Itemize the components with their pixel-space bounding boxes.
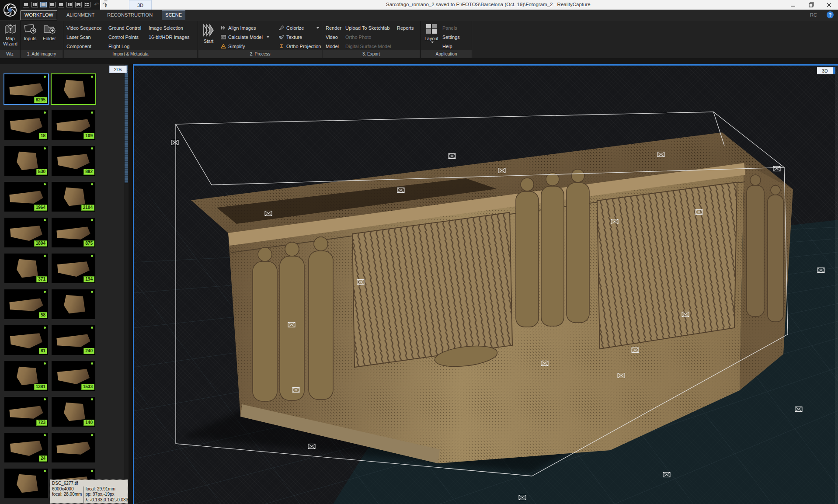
image-thumbnail[interactable]: 24 — [4, 433, 48, 462]
aligned-indicator-dot — [91, 434, 93, 436]
panels-item: Panels — [442, 23, 460, 32]
help-icon[interactable]: ? — [827, 11, 834, 18]
settings-item[interactable]: Settings — [442, 32, 460, 42]
hdr-images-item[interactable]: 16-bit/HDR Images — [149, 32, 190, 42]
image-thumbnail[interactable] — [52, 289, 95, 319]
align-images-item[interactable]: Align Images — [221, 23, 269, 32]
colorize-item[interactable]: Colorize — [279, 23, 319, 32]
image-thumbnail[interactable]: 2104 — [52, 182, 95, 212]
window-layout-3-icon[interactable] — [40, 2, 47, 7]
tab-alignment[interactable]: ALIGNMENT — [63, 10, 98, 20]
camera-marker-icon[interactable] — [519, 495, 526, 500]
panel-tab-2ds[interactable]: 2Ds — [109, 66, 127, 73]
image-thumbnail[interactable]: 530 — [4, 146, 48, 176]
camera-marker-icon[interactable] — [682, 312, 689, 317]
image-thumbnail[interactable] — [52, 74, 95, 104]
tab-workflow[interactable]: WORKFLOW — [21, 10, 57, 20]
image-thumbnail[interactable]: 109 — [52, 110, 95, 140]
sidebar-scrollbar[interactable] — [124, 64, 129, 504]
viewport-tab-3d[interactable]: 3D — [817, 67, 835, 74]
camera-marker-icon[interactable] — [663, 473, 670, 477]
camera-marker-icon[interactable] — [449, 154, 456, 159]
image-thumbnail[interactable]: 875 — [52, 218, 95, 247]
image-thumbnail[interactable]: 81 — [4, 325, 48, 355]
camera-marker-icon[interactable] — [288, 323, 295, 327]
minimize-button[interactable] — [784, 0, 802, 10]
control-points-item[interactable]: Control Points — [108, 32, 141, 42]
image-thumbnail[interactable]: 1894 — [4, 218, 48, 247]
start-button[interactable]: Start — [200, 22, 217, 50]
flight-log-item[interactable]: Flight Log — [108, 42, 141, 51]
map-wizard-button[interactable]: Map Wizard — [1, 22, 20, 50]
camera-marker-icon[interactable] — [308, 444, 315, 449]
component-item[interactable]: Component — [66, 42, 102, 51]
image-thumbnail[interactable]: 371 — [4, 254, 48, 283]
camera-marker-icon[interactable] — [611, 219, 618, 224]
laser-scan-item[interactable]: Laser Scan — [66, 32, 102, 42]
window-layout-2-icon[interactable] — [31, 2, 38, 7]
inputs-button[interactable]: Inputs — [21, 22, 39, 50]
qat-customize-icon[interactable]: ▔▾ — [103, 2, 108, 8]
camera-marker-icon[interactable] — [657, 152, 664, 157]
image-thumbnail[interactable] — [52, 433, 95, 462]
image-thumbnail[interactable]: 140 — [52, 397, 95, 427]
layout-button[interactable]: Layout — [422, 22, 441, 50]
window-layout-7-icon[interactable] — [75, 2, 82, 7]
realitycapture-logo-icon[interactable] — [0, 0, 20, 20]
viewport-3d[interactable]: 3D — [133, 64, 838, 504]
image-thumbnail[interactable]: 240 — [52, 325, 95, 355]
image-thumbnail[interactable]: 8295 — [4, 74, 48, 104]
viewport-scrollbar[interactable] — [835, 66, 838, 504]
tab-scene[interactable]: SCENE — [162, 10, 185, 20]
image-thumbnail[interactable] — [4, 469, 48, 498]
image-thumbnail[interactable]: 882 — [52, 146, 95, 176]
close-button[interactable] — [820, 0, 838, 10]
upload-sketchfab-item[interactable]: Upload To Sketchfab — [345, 23, 391, 32]
image-thumbnail[interactable]: 58 — [4, 289, 48, 319]
camera-marker-icon[interactable] — [632, 348, 639, 353]
window-layout-1-icon[interactable] — [23, 2, 29, 7]
image-thumbnail[interactable]: 194 — [52, 254, 95, 283]
camera-marker-icon[interactable] — [773, 167, 780, 171]
aligned-indicator-dot — [44, 219, 46, 221]
camera-marker-icon[interactable] — [795, 407, 802, 412]
render-item[interactable]: Render — [326, 23, 341, 32]
sidebar-scrollbar-thumb[interactable] — [125, 65, 128, 183]
camera-marker-icon[interactable] — [357, 280, 364, 285]
video-sequence-item[interactable]: Video Sequence — [66, 23, 102, 32]
help-item[interactable]: Help — [442, 42, 460, 51]
model-item[interactable]: Model — [326, 42, 341, 51]
image-thumbnail[interactable]: 1533 — [52, 361, 95, 391]
camera-marker-icon[interactable] — [265, 211, 272, 216]
tab-reconstruction[interactable]: RECONSTRUCTION — [104, 10, 156, 20]
reports-item[interactable]: Reports — [397, 23, 414, 32]
camera-marker-icon[interactable] — [618, 373, 625, 378]
camera-marker-icon[interactable] — [292, 388, 299, 393]
window-layout-8-icon[interactable] — [84, 2, 90, 7]
restore-button[interactable] — [802, 0, 820, 10]
ground-control-item[interactable]: Ground Control — [108, 23, 141, 32]
window-layout-4-icon[interactable] — [49, 2, 56, 7]
camera-marker-icon[interactable] — [817, 268, 824, 273]
viewport-scrollbar-thumb[interactable] — [833, 67, 835, 74]
calculate-model-item[interactable]: Calculate Model — [221, 32, 269, 42]
window-layout-5-icon[interactable] — [58, 2, 64, 7]
window-layout-6-icon[interactable] — [66, 2, 73, 7]
image-thumbnail[interactable]: 723 — [4, 397, 48, 427]
viewport-tab-label[interactable]: 3D — [817, 67, 833, 74]
simplify-item[interactable]: Simplify — [221, 42, 269, 51]
video-item[interactable]: Video — [326, 32, 341, 42]
undo-icon[interactable]: ↶ — [94, 2, 99, 7]
ortho-projection-item[interactable]: Ortho Projection — [279, 42, 323, 51]
image-thumbnail[interactable]: 1964 — [4, 182, 48, 212]
camera-marker-icon[interactable] — [171, 140, 178, 145]
camera-marker-icon[interactable] — [695, 210, 702, 215]
texture-item[interactable]: Texture — [279, 32, 323, 42]
camera-marker-icon[interactable] — [498, 168, 505, 173]
camera-marker-icon[interactable] — [541, 361, 548, 366]
image-selection-item[interactable]: Image Selection — [149, 23, 190, 32]
camera-marker-icon[interactable] — [397, 188, 404, 193]
image-thumbnail[interactable]: 1381 — [4, 361, 48, 391]
image-thumbnail[interactable]: 18 — [4, 110, 48, 140]
folder-button[interactable]: Folder — [40, 22, 59, 50]
